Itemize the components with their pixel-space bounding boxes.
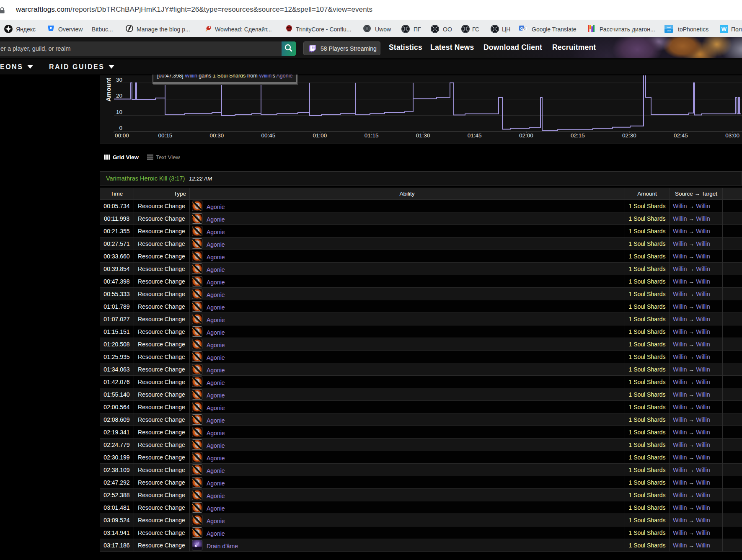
svg-text:.dict: .dict bbox=[667, 29, 671, 32]
svg-text:text: text bbox=[667, 26, 671, 28]
svg-text:W: W bbox=[721, 26, 727, 32]
svg-text:文: 文 bbox=[523, 27, 527, 31]
svg-text:G: G bbox=[520, 26, 523, 31]
